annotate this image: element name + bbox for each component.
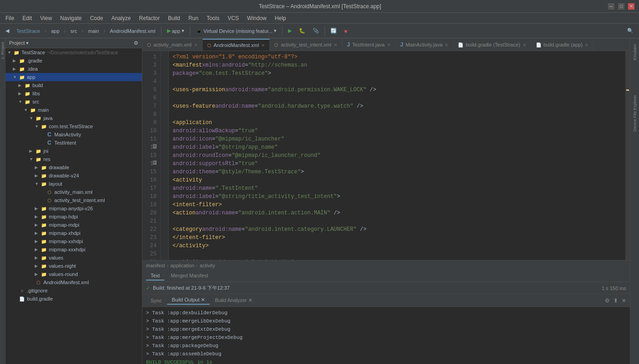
tree-mipmap-anydpi[interactable]: ▶ 📁 mipmap-anydpi-v26 <box>5 204 142 213</box>
tree-main[interactable]: ▼ 📁 main <box>5 106 142 114</box>
breadcrumb-manifest[interactable]: manifest <box>146 263 165 268</box>
bottom-gear-icon[interactable]: ⚙ <box>605 297 610 304</box>
bottom-tab-build-output[interactable]: Build Output ✕ <box>167 296 210 305</box>
menu-analyze[interactable]: Analyze <box>108 14 135 22</box>
tree-mipmap-mdpi[interactable]: ▶ 📁 mipmap-mdpi <box>5 221 142 229</box>
tab-build-app[interactable]: 📄 build.gradle (app) ✕ <box>531 39 594 51</box>
tree-drawable[interactable]: ▶ 📁 drawable <box>5 163 142 172</box>
menu-refactor[interactable]: Refactor <box>136 14 163 22</box>
tree-mipmap-xxhdpi[interactable]: ▶ 📁 mipmap-xxhdpi <box>5 237 142 245</box>
tree-drawable-v24[interactable]: ▶ 📁 drawable-v24 <box>5 172 142 180</box>
main-label[interactable]: main <box>85 26 102 36</box>
marker-20 <box>161 209 168 217</box>
tree-activity-main[interactable]: ⬡ activity_main.xml <box>5 188 142 196</box>
menu-tools[interactable]: Tools <box>203 14 223 22</box>
bottom-tab-sync[interactable]: Sync <box>146 297 166 304</box>
tree-mainactivity[interactable]: C MainActivity <box>5 130 142 139</box>
device-file-explorer-tab[interactable]: Device File Explorer <box>632 93 638 134</box>
run-config-btn[interactable]: ▶ app ▾ <box>164 26 187 36</box>
gear-icon[interactable]: ⚙ <box>134 40 138 46</box>
minimize-button[interactable]: – <box>608 3 614 10</box>
tab-mainactivity[interactable]: J MainActivity.java ✕ <box>396 39 454 51</box>
tab-androidmanifest[interactable]: ⬡ AndroidManifest.xml ✕ <box>203 39 270 51</box>
breadcrumb-activity[interactable]: activity <box>200 263 215 268</box>
menu-help[interactable]: Help <box>271 14 290 22</box>
menu-run[interactable]: Run <box>185 14 202 22</box>
tab-close-ma[interactable]: ✕ <box>445 42 448 47</box>
device-selector[interactable]: 📱 Virtual Device (missing featur... ▾ <box>193 26 279 36</box>
view-tab-text[interactable]: Text <box>146 271 164 281</box>
stop-button[interactable]: ■ <box>341 26 350 36</box>
project-label[interactable]: TestStrace <box>14 26 43 36</box>
tab-close-bg1[interactable]: ✕ <box>523 42 526 47</box>
back-button[interactable]: ◀ <box>3 26 12 36</box>
tree-values-night[interactable]: ▶ 📁 values-night <box>5 262 142 270</box>
bottom-close-icon[interactable]: ✕ <box>622 297 626 304</box>
emulator-tab[interactable]: Emulator <box>632 42 638 62</box>
toolbar: ◀ TestStrace › app › src › main › Androi… <box>0 24 639 38</box>
menu-code[interactable]: Code <box>86 14 107 22</box>
menu-build[interactable]: Build <box>164 14 184 22</box>
tree-activity-test[interactable]: ⬡ activity_test_intent.xml <box>5 196 142 204</box>
bottom-tab-build-analyzer[interactable]: Build Analyzer ✕ <box>210 296 257 304</box>
project-tab-vertical[interactable]: 1: Project <box>0 40 5 61</box>
tree-values[interactable]: ▶ 📁 values <box>5 254 142 262</box>
code-editor[interactable]: 1 2 3 4 5 6 7 8 9 10 11 12 🖼 13 14 🖼 <box>142 51 630 260</box>
project-header-actions: ⚙ <box>134 40 138 46</box>
tree-androidmanifest[interactable]: ⬡ AndroidManifest.xml <box>5 278 142 286</box>
app-label[interactable]: app <box>48 26 62 36</box>
attach-button[interactable]: 📎 <box>310 26 322 36</box>
tab-activity-main[interactable]: ⬡ activity_main.xml ✕ <box>142 39 203 51</box>
code-line-16: <activity <box>173 176 625 184</box>
tab-close-ti[interactable]: ✕ <box>387 42 391 47</box>
tree-gradle[interactable]: ▶ 📁 .gradle <box>5 57 142 65</box>
code-content[interactable]: <?xml version="1.0" encoding="utf-8"?> <… <box>169 51 625 260</box>
tab-icon-ma: J <box>400 42 403 48</box>
close-button[interactable]: ✕ <box>628 3 634 10</box>
menu-window[interactable]: Window <box>243 14 270 22</box>
run-button[interactable]: ▶ <box>285 26 294 36</box>
tree-values-round[interactable]: ▶ 📁 values-round <box>5 270 142 278</box>
tab-close-activity-main[interactable]: ✕ <box>194 42 198 47</box>
tree-libs[interactable]: ▶ 📁 libs <box>5 89 142 98</box>
tree-jni[interactable]: ▶ 📁 jni <box>5 147 142 155</box>
marker-2 <box>161 61 168 69</box>
tab-testintent[interactable]: J TestIntent.java ✕ <box>342 39 396 51</box>
tab-activity-test[interactable]: ⬡ activity_test_intent.xml ✕ <box>270 39 342 51</box>
tree-build-gradle[interactable]: 📄 build.gradle <box>5 295 142 303</box>
tab-build-teststr[interactable]: 📄 build.gradle (TestStrace) ✕ <box>453 39 531 51</box>
menu-edit[interactable]: Edit <box>19 14 36 22</box>
bottom-expand-icon[interactable]: ⬆ <box>613 297 618 304</box>
tree-testintent[interactable]: C TestIntent <box>5 139 142 147</box>
debug-button[interactable]: 🐛 <box>296 26 308 36</box>
sync-button[interactable]: 🔄 <box>328 26 340 36</box>
manifest-label[interactable]: AndroidManifest.xml <box>107 26 158 36</box>
tab-close-test[interactable]: ✕ <box>334 42 337 47</box>
build-line-6: > Task :app:assembleDebug <box>146 350 626 358</box>
tree-res[interactable]: ▼ 📁 res <box>5 155 142 163</box>
tree-layout[interactable]: ▼ 📁 layout <box>5 180 142 188</box>
view-tab-merged[interactable]: Merged Manifest <box>166 271 213 281</box>
tree-mipmap-xhdpi[interactable]: ▶ 📁 mipmap-xhdpi <box>5 229 142 237</box>
tree-src[interactable]: ▼ 📁 src <box>5 98 142 106</box>
tree-mipmap-xxxhdpi[interactable]: ▶ 📁 mipmap-xxxhdpi <box>5 245 142 254</box>
breadcrumb-application[interactable]: application <box>170 263 194 268</box>
tree-java[interactable]: ▼ 📁 java <box>5 114 142 122</box>
maximize-button[interactable]: □ <box>618 3 624 10</box>
tree-build[interactable]: ▶ 📁 build <box>5 81 142 89</box>
tree-gitignore[interactable]: ◾ .gitignore <box>5 286 142 295</box>
tree-root[interactable]: ▼ 📁 TestStrace ~/Documents/note/csdn/Tes… <box>5 48 142 57</box>
tree-idea[interactable]: ▶ 📁 .idea <box>5 65 142 73</box>
tree-app[interactable]: ▼ 📁 app <box>5 73 142 81</box>
menu-view[interactable]: View <box>37 14 56 22</box>
src-label[interactable]: src <box>68 26 80 36</box>
tab-close-manifest[interactable]: ✕ <box>261 43 265 48</box>
menu-vcs[interactable]: VCS <box>224 14 243 22</box>
tree-mipmap-hdpi[interactable]: ▶ 📁 mipmap-hdpi <box>5 213 142 221</box>
menu-navigate[interactable]: Navigate <box>57 14 85 22</box>
marker-25 <box>161 250 168 258</box>
search-everywhere-button[interactable]: 🔍 <box>624 26 636 36</box>
menu-file[interactable]: File <box>2 14 18 22</box>
tree-package[interactable]: ▼ 📁 com.test.TestStrace <box>5 122 142 130</box>
tab-close-bg2[interactable]: ✕ <box>585 42 588 47</box>
